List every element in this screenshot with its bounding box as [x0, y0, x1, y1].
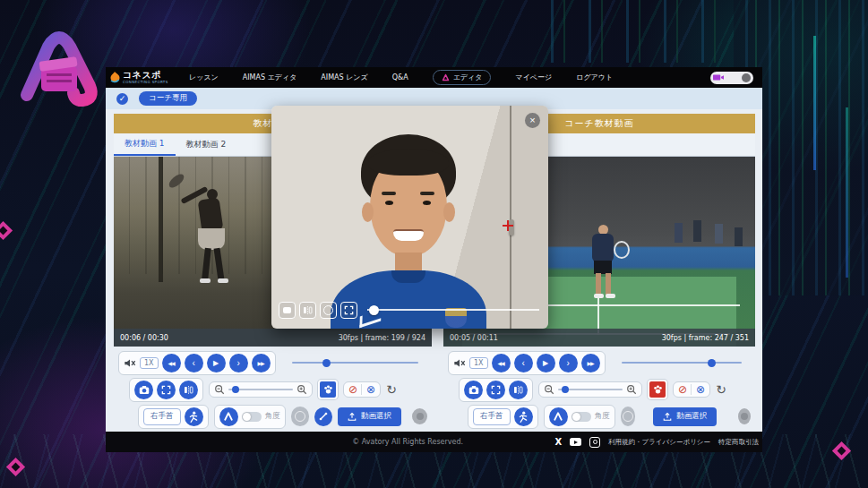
inner-dot: [417, 413, 424, 420]
mirror-button[interactable]: [509, 381, 528, 399]
expand-icon: [491, 385, 501, 395]
reset-icon[interactable]: ↻: [386, 383, 397, 396]
zoom-group: [209, 381, 313, 398]
angle-toggle[interactable]: [242, 412, 262, 422]
camera-button[interactable]: [134, 381, 153, 399]
prev-frame-button[interactable]: ‹: [185, 354, 203, 372]
mute-icon[interactable]: [124, 357, 136, 369]
zoom-slider[interactable]: [228, 389, 293, 390]
mirror-button[interactable]: [179, 381, 198, 399]
fullscreen-button[interactable]: [157, 381, 176, 399]
angle-toggle[interactable]: [572, 412, 591, 422]
instagram-icon[interactable]: [589, 437, 600, 448]
forward-button[interactable]: ▶▶: [252, 354, 271, 372]
video-frame-info: 30fps | frame: 199 / 924: [339, 334, 425, 342]
snapshot-button[interactable]: [279, 302, 296, 319]
erase-group: ⊘ ⊗: [673, 381, 710, 398]
seek-slider[interactable]: [292, 362, 418, 364]
zoom-out-icon[interactable]: [544, 384, 554, 395]
disabled-circle-button[interactable]: [412, 408, 427, 424]
bg-person: [735, 227, 743, 246]
speed-button[interactable]: 1X: [140, 357, 159, 369]
draw-tool-button[interactable]: [648, 380, 667, 399]
forward-button[interactable]: ▶▶: [581, 354, 600, 372]
nav-item-editor-pill[interactable]: エディタ: [433, 70, 492, 85]
record-button[interactable]: [320, 302, 337, 319]
nav-item-aimas-editor[interactable]: AIMAS エディタ: [243, 73, 297, 82]
play-button[interactable]: ▶: [537, 354, 555, 372]
clear-annotation-icon[interactable]: ⊗: [361, 384, 375, 395]
prohibit-icon[interactable]: ⊘: [348, 384, 357, 395]
camera-button[interactable]: [464, 381, 483, 399]
nav-item-qa[interactable]: Q&A: [392, 73, 408, 81]
zoom-handle[interactable]: [232, 386, 239, 393]
pose-button[interactable]: [185, 407, 203, 426]
prev-frame-button[interactable]: ‹: [514, 354, 533, 372]
rewind-button[interactable]: ◀◀: [162, 354, 181, 372]
close-overlay-button[interactable]: ×: [525, 113, 540, 128]
webcam-overlay[interactable]: ×: [271, 106, 548, 329]
measure-button-disabled[interactable]: [291, 407, 310, 426]
select-video-button[interactable]: 動画選択: [653, 407, 717, 426]
zoom-handle[interactable]: [562, 386, 569, 393]
coach-leg: [606, 273, 611, 295]
reset-icon[interactable]: ↻: [716, 383, 726, 396]
bg-person: [693, 220, 701, 242]
seek-handle[interactable]: [708, 359, 716, 367]
zoom-slider[interactable]: [558, 389, 623, 390]
neon-city-decor-2: [528, 0, 725, 63]
measure-button-disabled[interactable]: [621, 407, 636, 426]
pose-button[interactable]: [514, 407, 533, 426]
select-video-button[interactable]: 動画選択: [338, 407, 401, 426]
terms-privacy-link[interactable]: 利用規約・プライバシーポリシー: [608, 438, 710, 447]
x-social-icon[interactable]: X: [554, 437, 562, 447]
line-tool-icon: [318, 411, 329, 422]
nav-item-logout[interactable]: ログアウト: [576, 73, 613, 82]
next-frame-button[interactable]: ›: [229, 354, 248, 372]
check-icon: ✓: [116, 93, 128, 105]
nav-item-aimas-lens[interactable]: AIMAS レンズ: [321, 73, 367, 82]
aimas-button[interactable]: [219, 407, 238, 426]
overlay-slider-handle[interactable]: [369, 305, 379, 315]
joint-select[interactable]: 右手首: [473, 408, 511, 425]
fullscreen-button[interactable]: [486, 381, 505, 399]
video-statusbar: 00:05 / 00:11 30fps | frame: 247 / 351: [443, 329, 755, 347]
analysis-row: 右手首: [443, 403, 755, 430]
play-button[interactable]: ▶: [207, 354, 226, 372]
camera-toggle[interactable]: [710, 72, 753, 84]
commerce-law-link[interactable]: 特定商取引法: [718, 438, 759, 447]
speed-button[interactable]: 1X: [469, 357, 488, 369]
joint-select[interactable]: 右手首: [143, 408, 181, 425]
player-shoe: [218, 278, 228, 283]
tab-material-video-2[interactable]: 教材動画 2: [176, 133, 237, 156]
overlay-slider[interactable]: [367, 309, 539, 311]
disabled-circle-button[interactable]: [738, 408, 751, 424]
next-frame-button[interactable]: ›: [559, 354, 578, 372]
mute-icon[interactable]: [453, 357, 466, 369]
zoom-in-icon[interactable]: [626, 384, 637, 395]
overlay-fullscreen-button[interactable]: [340, 302, 357, 319]
tab-material-video-1[interactable]: 教材動画 1: [114, 133, 176, 156]
draw-tool-button[interactable]: [318, 380, 338, 399]
nav-item-mypage[interactable]: マイページ: [515, 73, 552, 82]
angle-toggle-knob: [243, 413, 251, 421]
overlay-mirror-button[interactable]: [299, 302, 316, 319]
zoom-in-icon[interactable]: [296, 384, 307, 395]
clear-annotation-icon[interactable]: ⊗: [691, 384, 705, 395]
top-navbar: コネスポ CONNECTING SPORTS レッスン AIMAS エディタ A…: [106, 67, 762, 88]
ring-icon: [295, 411, 305, 422]
aimas-button[interactable]: [549, 407, 568, 426]
avatory-a-icon: [13, 30, 106, 107]
nav-item-lesson[interactable]: レッスン: [189, 73, 219, 82]
seek-handle[interactable]: [322, 359, 331, 367]
line-tool-button[interactable]: [314, 407, 332, 426]
shirt-collar: [391, 270, 425, 283]
prohibit-icon[interactable]: ⊘: [678, 384, 687, 395]
aimas-group: 角度: [214, 405, 286, 429]
rewind-button[interactable]: ◀◀: [492, 354, 511, 372]
youtube-icon[interactable]: [570, 438, 581, 446]
brand[interactable]: コネスポ CONNECTING SPORTS: [106, 71, 189, 84]
coach-shoe: [594, 294, 604, 298]
zoom-out-icon[interactable]: [214, 384, 225, 395]
seek-slider[interactable]: [622, 362, 742, 364]
